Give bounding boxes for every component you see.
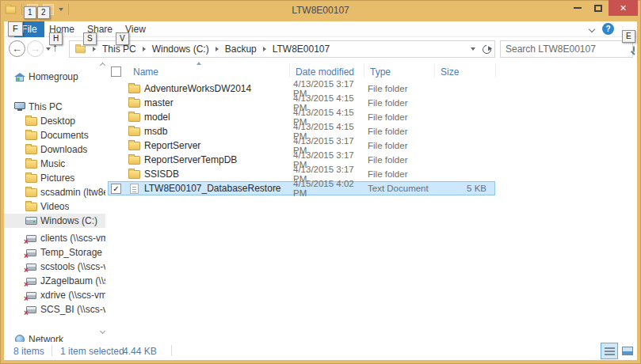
titlebar: LTW8E00107 × (0, 0, 641, 21)
column-header-date-modified[interactable]: Date modified (296, 66, 354, 78)
breadcrumb-separator-icon[interactable] (263, 47, 266, 51)
text-document-icon (130, 184, 139, 194)
folder-icon (25, 146, 37, 154)
folder-icon (128, 170, 140, 179)
sidebar-item[interactable]: This PC (4, 100, 105, 114)
file-name: master (144, 97, 293, 108)
column-header-size[interactable]: Size (441, 66, 459, 78)
file-type: File folder (368, 169, 439, 179)
details-view-button[interactable] (601, 343, 618, 359)
file-name: model (144, 112, 293, 123)
folder-icon (128, 99, 140, 108)
keytip-share: S (83, 32, 97, 45)
column-divider[interactable] (364, 63, 364, 78)
sidebar-item[interactable]: JZagelbaum (\\sc (4, 274, 105, 288)
disconnected-network-drive-icon (26, 306, 36, 313)
sidebar-item[interactable]: Documents (4, 128, 105, 142)
folder-icon (128, 142, 140, 150)
homegroup-icon (16, 76, 24, 82)
sidebar-item-label: This PC (29, 101, 63, 112)
sidebar-item[interactable]: xdrive (\\scs-vm-f (4, 288, 105, 302)
sidebar-item[interactable]: Downloads (4, 142, 105, 157)
folder-icon (25, 174, 37, 183)
sidebar-item[interactable]: Music (4, 157, 105, 171)
folder-icon (128, 113, 140, 122)
file-list-pane: Name Date modified Type Size (108, 59, 637, 342)
breadcrumb-separator-icon[interactable] (93, 47, 96, 51)
column-header-name[interactable]: Name (133, 66, 158, 78)
maximize-button[interactable] (588, 0, 609, 16)
column-header-type[interactable]: Type (370, 66, 391, 78)
large-icons-view-icon (622, 347, 633, 355)
ribbon-tabs: Home Share View (49, 21, 146, 37)
disconnected-network-drive-icon (26, 292, 36, 299)
refresh-icon[interactable] (481, 43, 493, 55)
explorer-window: LTW8E00107 × 1 2 F H S V E File Home Sha… (0, 0, 641, 364)
folder-icon (25, 188, 37, 197)
breadcrumb-item[interactable]: LTW8E00107 (257, 41, 330, 57)
back-button[interactable]: ← (9, 40, 25, 57)
large-icons-view-button[interactable] (620, 343, 635, 359)
window-title: LTW8E00107 (0, 5, 641, 16)
file-type: File folder (368, 155, 439, 165)
navigation-pane: Homegroup This PC (4, 61, 105, 342)
sidebar-item[interactable]: Temp_Storage (\\ (4, 245, 105, 260)
search-input[interactable] (501, 44, 633, 55)
column-divider[interactable] (495, 63, 496, 78)
file-name: msdb (144, 126, 293, 137)
sidebar-item[interactable]: SCS_BI (\\scs-vm- (4, 302, 105, 317)
close-button[interactable]: × (609, 0, 638, 16)
sidebar-item[interactable]: Network (4, 332, 105, 342)
sidebar-item-label: JZagelbaum (\\sc (40, 275, 105, 286)
selected-count: 1 item selected (60, 346, 124, 357)
address-bar[interactable]: This PC Windows (C:) Backup (69, 40, 495, 58)
sidebar-item-label: clients (\\scs-vm- (40, 233, 105, 244)
file-name: ReportServerTempDB (144, 154, 293, 165)
file-row[interactable]: LTW8E00107_DatabaseRestore 4/15/2015 4:0… (108, 181, 495, 195)
disconnected-network-drive-icon (26, 235, 36, 242)
breadcrumb-separator-icon[interactable] (216, 47, 219, 51)
select-all-checkbox[interactable] (111, 66, 121, 77)
breadcrumb-separator-icon[interactable] (143, 47, 146, 51)
sidebar-item[interactable]: Desktop (4, 114, 105, 128)
keytip-file: F (8, 21, 23, 36)
help-icon[interactable]: ? (602, 23, 614, 35)
address-folder-icon (75, 45, 86, 52)
sidebar-item[interactable]: Pictures (4, 171, 105, 185)
keytip-view: V (116, 32, 129, 45)
address-dropdown-chevron-icon[interactable] (471, 47, 475, 51)
file-type: File folder (368, 127, 439, 136)
forward-button[interactable]: → (27, 40, 44, 57)
sidebar-item-label: Pictures (40, 173, 74, 184)
sidebar-scroll-down-arrow[interactable] (98, 327, 106, 335)
column-headers: Name Date modified Type Size (108, 62, 637, 79)
file-size: 5 KB (439, 184, 486, 193)
search-box (500, 40, 633, 58)
sidebar-item-label: Downloads (40, 144, 87, 155)
keytip-qat-2: 2 (37, 6, 50, 19)
sidebar-item[interactable]: Homegroup (4, 70, 105, 84)
sidebar-item[interactable]: Windows (C:) (4, 214, 105, 228)
column-divider[interactable] (434, 63, 435, 78)
sidebar-item[interactable]: clients (\\scs-vm- (4, 231, 105, 245)
disconnected-network-drive-icon (26, 249, 36, 256)
computer-icon (14, 102, 25, 109)
minimize-button[interactable] (567, 0, 588, 16)
search-icon[interactable] (633, 46, 635, 52)
column-divider[interactable] (289, 63, 290, 78)
sidebar-item[interactable]: scstools (\\scs-vm (4, 260, 105, 274)
sidebar-item-label: Windows (C:) (40, 215, 97, 226)
breadcrumb-item[interactable]: Windows (C:) (136, 41, 209, 57)
breadcrumb-item[interactable]: Backup (209, 41, 257, 57)
sidebar-item[interactable]: scsadmin (ltw8e00 (4, 185, 105, 199)
row-checkbox[interactable] (111, 184, 121, 194)
minimize-ribbon-chevron-icon[interactable] (589, 25, 595, 32)
sidebar-scroll-up-arrow[interactable] (98, 61, 106, 69)
sidebar-item-label: Documents (40, 130, 89, 141)
window-content: File Home Share View ? ← → ↑ (4, 21, 637, 360)
sidebar-item[interactable]: Videos (4, 199, 105, 214)
recent-locations-chevron-icon[interactable] (46, 47, 51, 51)
hard-drive-icon (25, 217, 37, 225)
folder-icon (128, 156, 140, 165)
sidebar-item-label: Videos (40, 201, 69, 212)
